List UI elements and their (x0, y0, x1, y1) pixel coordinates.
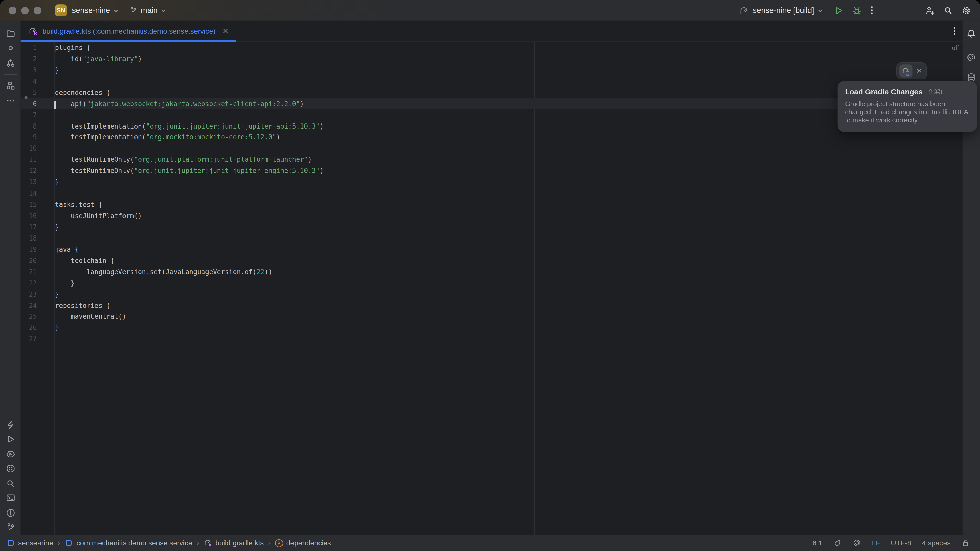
code-line[interactable]: 20 toolchain { (21, 255, 963, 266)
line-number: 2 (21, 55, 37, 62)
code-line[interactable]: 6 api("jakarta.websocket:jakarta.websock… (21, 98, 963, 109)
find-tool-button[interactable] (3, 476, 18, 491)
code-line[interactable]: 18 (21, 232, 963, 244)
terminal-icon (5, 493, 15, 503)
code-line[interactable]: 15tasks.test { (21, 199, 963, 210)
load-gradle-changes-popup[interactable]: Load Gradle Changes ⇧⌘I Gradle project s… (838, 81, 977, 132)
indent-widget[interactable]: 4 spaces (922, 539, 951, 546)
code-line[interactable]: 26} (21, 322, 963, 333)
code-with-me-add-user-button[interactable] (925, 5, 935, 15)
ai-assistant-tool-button[interactable] (964, 50, 979, 65)
line-number: 3 (21, 66, 37, 73)
proofread-droplet-icon[interactable] (833, 538, 842, 547)
breadcrumb-file[interactable]: build.gradle.kts (204, 538, 264, 547)
code-line[interactable]: 1plugins { (21, 42, 963, 53)
code-line[interactable]: 16 useJUnitPlatform() (21, 210, 963, 221)
project-widget[interactable]: SN sense-nine (55, 4, 121, 16)
breadcrumb-element[interactable]: λ dependencies (275, 539, 331, 547)
ai-assistant-icon[interactable] (853, 538, 861, 547)
run-button[interactable] (834, 5, 843, 15)
commit-tool-button[interactable] (3, 41, 18, 56)
breadcrumb-submodule[interactable]: com.mechanitis.demo.sense.service (65, 538, 192, 547)
gutter-marker-dot (24, 96, 27, 99)
code-line[interactable]: 5dependencies { (21, 87, 963, 98)
tab-list-more-button[interactable] (952, 26, 956, 36)
code-line[interactable]: 19java { (21, 244, 963, 255)
window-zoom-icon[interactable] (34, 6, 41, 14)
code-line[interactable]: 4 (21, 76, 963, 87)
tab-build-gradle-kts[interactable]: build.gradle.kts (:com.mechanitis.demo.s… (21, 21, 235, 41)
window-close-icon[interactable] (9, 6, 16, 14)
code-line[interactable]: 7 (21, 109, 963, 121)
chevron-down-icon (161, 8, 166, 14)
branch-widget[interactable]: main (129, 6, 169, 14)
settings-gear-button[interactable] (961, 5, 971, 15)
window-minimize-icon[interactable] (21, 6, 29, 14)
endpoints-zap-icon (5, 420, 15, 430)
code-line[interactable]: 8 testImplementation("org.junit.jupiter:… (21, 121, 963, 132)
encoding-widget[interactable]: UTF-8 (891, 539, 912, 546)
tab-label: build.gradle.kts (:com.mechanitis.demo.s… (43, 27, 216, 35)
code-line[interactable]: 2 id("java-library") (21, 53, 963, 64)
coverage-tool-button[interactable] (3, 462, 18, 476)
code-line[interactable]: 22 } (21, 277, 963, 289)
notifications-bell-icon (966, 29, 976, 38)
code-line[interactable]: 13} (21, 176, 963, 187)
code-line[interactable]: 9 testImplementation("org.mockito:mockit… (21, 132, 963, 143)
popup-shortcut: ⇧⌘I (928, 87, 943, 96)
line-number: 8 (21, 122, 37, 130)
services-icon (5, 449, 15, 459)
search-everywhere-button[interactable] (943, 5, 953, 15)
code-line[interactable]: 17} (21, 221, 963, 232)
line-number: 18 (21, 234, 37, 241)
dismiss-reload-icon[interactable]: ✕ (915, 67, 923, 74)
ide-window: SN sense-nine main s (0, 0, 980, 551)
line-number: 7 (21, 111, 37, 118)
code-line[interactable]: 3} (21, 64, 963, 76)
code-line[interactable]: 24repositories { (21, 300, 963, 311)
tab-close-icon[interactable]: ✕ (222, 27, 229, 35)
breadcrumbs: sense-nine › com.mechanitis.demo.sense.s… (6, 538, 331, 547)
load-gradle-changes-button[interactable] (899, 64, 912, 77)
module-icon (65, 538, 73, 547)
caret-position-widget[interactable]: 6:1 (813, 539, 822, 546)
pull-requests-tool-button[interactable] (3, 56, 18, 70)
breadcrumb-module[interactable]: sense-nine (6, 538, 53, 547)
problems-tool-button[interactable] (3, 505, 18, 520)
code-line[interactable]: 23} (21, 289, 963, 300)
project-tool-button[interactable] (3, 26, 18, 41)
line-number: 23 (21, 290, 37, 298)
notifications-button[interactable] (964, 26, 979, 41)
run-tool-button[interactable] (3, 432, 18, 447)
code-line[interactable]: 10 (21, 143, 963, 154)
code-editor[interactable]: 1plugins {2 id("java-library")3}45depend… (21, 42, 963, 535)
debug-button[interactable] (852, 5, 862, 15)
code-line[interactable]: 25 mavenCentral() (21, 311, 963, 322)
line-number: 9 (21, 133, 37, 141)
popup-message: Gradle project structure has been change… (845, 100, 970, 124)
line-number: 17 (21, 223, 37, 230)
line-number: 4 (21, 77, 37, 85)
code-line[interactable]: 12 testRuntimeOnly("org.junit.jupiter:ju… (21, 165, 963, 176)
services-tool-button[interactable] (3, 447, 18, 462)
version-control-tool-button[interactable] (3, 520, 18, 535)
unlocked-icon[interactable] (961, 538, 970, 547)
breadcrumb-separator: › (268, 538, 271, 547)
structure-icon (5, 81, 15, 91)
run-more-actions-button[interactable] (870, 5, 874, 15)
project-badge: SN (55, 4, 67, 16)
line-ending-widget[interactable]: LF (872, 539, 880, 546)
branch-name: main (141, 6, 158, 14)
gradle-kotlin-script-icon (28, 26, 38, 36)
structure-tool-button[interactable] (3, 78, 18, 93)
code-line[interactable]: 21 languageVersion.set(JavaLanguageVersi… (21, 266, 963, 277)
code-line[interactable]: 11 testRuntimeOnly("org.junit.platform:j… (21, 154, 963, 165)
code-line[interactable]: 14 (21, 187, 963, 199)
code-line[interactable]: 27 (21, 333, 963, 345)
run-configuration-selector[interactable]: sense-nine [build] (738, 5, 825, 15)
more-tool-windows-button[interactable] (3, 93, 18, 108)
more-horizontal-icon (5, 95, 15, 105)
highlighting-level-widget[interactable]: off (952, 44, 959, 51)
endpoints-tool-button[interactable] (3, 417, 18, 432)
terminal-tool-button[interactable] (3, 491, 18, 506)
